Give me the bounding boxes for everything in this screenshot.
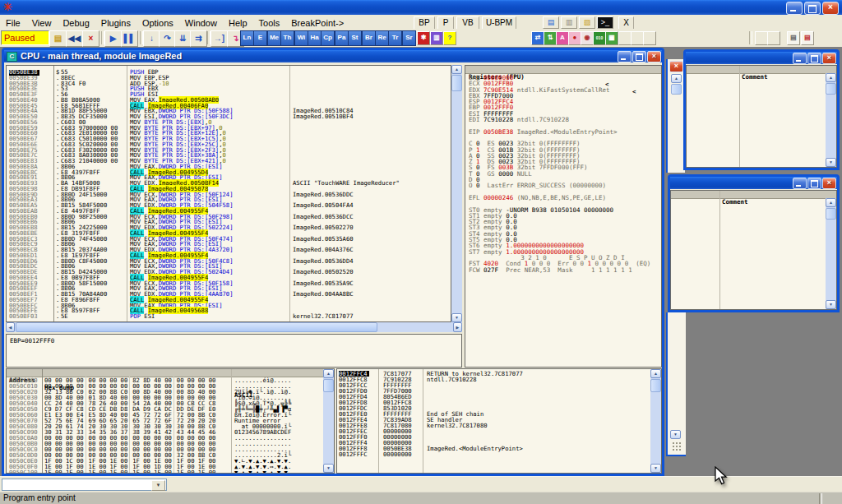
restart-icon[interactable]: ◀◀ — [66, 30, 83, 47]
empty-button[interactable] — [767, 31, 780, 45]
disasm-row[interactable]: 0050BE3B.83C4 F0ADD ESP,-10 — [7, 81, 451, 87]
info-pane[interactable]: EBP=0012FFF0 — [6, 334, 462, 368]
memory-dump-pane[interactable]: Address Hex dump ASCII 0050C00000 00 00 … — [6, 368, 335, 474]
register-line[interactable]: T 0 GS 0000 NULL — [469, 171, 661, 177]
in-out-arrows-icon[interactable]: ⇅ — [544, 31, 557, 45]
empty-button[interactable] — [643, 31, 656, 45]
view-button-st[interactable]: St — [348, 30, 362, 46]
window-grid-icon[interactable]: ▦ — [605, 31, 618, 45]
trace-over-icon[interactable]: ⇉ — [190, 30, 207, 47]
dropdown-arrow-icon[interactable]: ▼ — [151, 480, 165, 491]
resize-grip[interactable] — [672, 442, 682, 451]
toolbar-button-u-bpm[interactable]: U-BPM — [482, 16, 516, 30]
scroll-up-button[interactable]: ▲ — [671, 74, 682, 83]
comment-window-titlebar[interactable]: × — [686, 52, 837, 64]
toolbar-button-vb[interactable]: VB — [456, 16, 479, 30]
scroll-thumb[interactable] — [16, 322, 377, 332]
scroll-down-button[interactable]: ▼ — [826, 158, 836, 167]
disassembly-pane[interactable]: 0050BE38$55PUSH EBP0050BE39.8BECMOV EBP,… — [6, 65, 451, 322]
stack-pane[interactable]: 0012FFC47C817077RETURN to kernel32.7C817… — [336, 368, 662, 474]
disassembly-hscrollbar[interactable]: ◀ ▶ — [6, 322, 462, 332]
maximize-button[interactable] — [807, 178, 821, 189]
toolbar-button-bp[interactable]: BP — [414, 16, 435, 30]
empty-button[interactable] — [618, 31, 632, 45]
swap-arrows-icon[interactable]: ⇄ — [531, 31, 544, 45]
scroll-thumb[interactable] — [671, 84, 682, 95]
empty-button[interactable] — [755, 31, 768, 45]
appearance-icon[interactable]: ▥ — [430, 31, 443, 45]
ascii-table-icon[interactable]: A — [556, 31, 569, 45]
comment-window-titlebar[interactable]: × — [670, 177, 837, 189]
cpu-close-button[interactable]: × — [647, 51, 661, 62]
close-button[interactable]: × — [822, 53, 836, 64]
scroll-thumb[interactable] — [451, 75, 462, 91]
scroll-up-button[interactable]: ▲ — [826, 73, 836, 82]
register-line[interactable]: O 0 LastErr ERROR_SUCCESS (00000000) — [469, 183, 661, 188]
scroll-up-button[interactable]: ▲ — [650, 369, 661, 378]
view-button-re[interactable]: Re — [375, 30, 389, 46]
cpu-window-titlebar[interactable]: CCPU - main thread, module ImageRed × — [4, 50, 662, 62]
run-icon[interactable]: ▶ — [104, 30, 122, 47]
scroll-thumb[interactable] — [650, 379, 661, 392]
scroll-thumb[interactable] — [826, 83, 836, 95]
toolbar-button-p[interactable]: P — [437, 16, 454, 30]
binary-icon[interactable]: 010 — [593, 31, 606, 45]
minimize-button[interactable] — [793, 178, 807, 189]
register-line[interactable]: EFL 00000246 (NO,NB,E,BE,NS,PE,GE,LE) — [469, 195, 661, 201]
maximize-button[interactable] — [804, 2, 821, 15]
stack-vscrollbar[interactable]: ▲ ▼ — [650, 369, 661, 473]
scroll-right-button[interactable]: ▶ — [453, 322, 462, 332]
command-input[interactable]: ▼ — [2, 479, 167, 491]
view-button-sr[interactable]: Sr — [402, 30, 416, 46]
help-icon[interactable]: ? — [443, 31, 456, 45]
view-button-wi[interactable]: Wi — [294, 30, 308, 46]
dump-row[interactable]: 0050C1001F 00 1E 001F 00 1E 001F 00 1E 0… — [7, 469, 322, 474]
cpu-minimize-button[interactable] — [618, 51, 632, 62]
breakpoint-dot-icon[interactable]: ● — [568, 31, 581, 45]
hidden-window-close-button[interactable]: × — [669, 61, 683, 72]
settings-gear-icon[interactable]: ✱ — [417, 31, 430, 45]
scroll-left-button[interactable]: ◀ — [6, 322, 15, 332]
view-button-pa[interactable]: Pa — [335, 30, 349, 46]
console-icon[interactable]: >_ — [597, 16, 613, 29]
marked-notes-icon[interactable]: ▤ — [801, 31, 814, 45]
close-button[interactable]: × — [822, 2, 839, 15]
minimize-button[interactable] — [786, 2, 803, 15]
view-button-ha[interactable]: Ha — [308, 30, 322, 46]
view-button-br[interactable]: Br — [362, 30, 376, 46]
pause-icon[interactable]: ▌▌ — [121, 30, 138, 47]
view-button-e[interactable]: E — [253, 30, 267, 46]
scroll-up-button[interactable]: ▲ — [323, 369, 334, 378]
scroll-down-button[interactable]: ▼ — [451, 313, 462, 322]
comment-list[interactable]: Comment ▲ ▼ — [686, 65, 837, 168]
comment-list[interactable]: Comment ▲ ▼ — [670, 190, 837, 310]
open-folder-icon[interactable]: ▨ — [579, 16, 595, 29]
comment-vscrollbar[interactable]: ▲ ▼ — [826, 73, 836, 167]
scroll-down-button[interactable]: ▼ — [323, 464, 334, 473]
disasm-row[interactable]: 0050BF03.5EPOP ESIkernel32.7C817077 — [7, 314, 451, 320]
view-button-th[interactable]: Th — [280, 30, 294, 46]
minimize-button[interactable] — [793, 53, 807, 64]
step-into-icon[interactable]: ↓ — [143, 30, 160, 47]
dump-vscrollbar[interactable]: ▲ ▼ — [323, 369, 334, 473]
trace-into-icon[interactable]: ⇊ — [174, 30, 192, 47]
notes-page-icon[interactable]: ▤ — [787, 31, 800, 45]
step-over-icon[interactable]: ↷ — [159, 30, 176, 47]
view-button-tr[interactable]: Tr — [388, 30, 402, 46]
cpu-maximize-button[interactable] — [632, 51, 646, 62]
comment-vscrollbar[interactable]: ▲ ▼ — [826, 198, 836, 309]
register-line[interactable]: EIP 0050BE38 ImageRed.<ModuleEntryPoint> — [469, 129, 661, 135]
scroll-up-button[interactable]: ▲ — [451, 65, 462, 74]
execute-till-return-icon[interactable]: →] — [210, 30, 228, 47]
register-line[interactable]: EDI 7C910228 ntdll.7C910228 — [469, 117, 661, 123]
close-button[interactable]: × — [822, 178, 836, 189]
scroll-up-button[interactable]: ▲ — [826, 198, 836, 207]
registers-pane[interactable]: Registers (FPU) < < EAX 00000000ECX 0012… — [465, 65, 662, 368]
scroll-thumb[interactable] — [323, 379, 334, 392]
scroll-down-button[interactable]: ▼ — [650, 464, 661, 473]
disassembly-vscrollbar[interactable]: ▲ ▼ — [451, 65, 462, 322]
view-button-ln[interactable]: Ln — [240, 30, 254, 46]
close-program-icon[interactable]: × — [82, 30, 99, 47]
maximize-button[interactable] — [807, 53, 821, 64]
stack-row[interactable]: 0012FFFC00000000 — [337, 451, 650, 457]
